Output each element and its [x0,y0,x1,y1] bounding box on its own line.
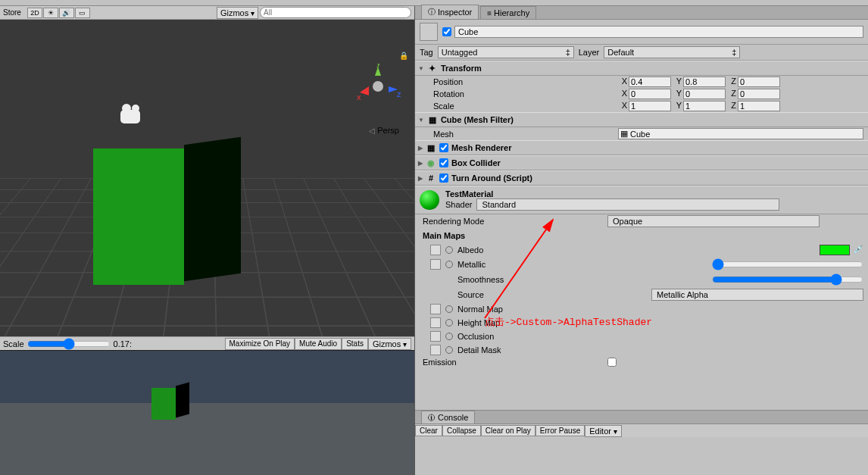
tab-hierarchy[interactable]: ≡ Hierarchy [480,6,536,19]
scene-cube[interactable] [93,141,245,292]
scale-z-field[interactable] [738,101,780,111]
metallic-texture-slot[interactable] [430,259,441,270]
pos-x-field[interactable] [629,77,671,87]
meshfilter-header[interactable]: ▼▦ Cube (Mesh Filter) [415,112,868,127]
material-preview-icon [420,190,439,210]
renderer-icon: ▦ [426,142,436,153]
script-icon: # [426,173,436,183]
source-dropdown[interactable]: Metallic Alpha [651,289,863,301]
source-label: Source [457,290,484,299]
gameobject-icon[interactable] [420,23,438,41]
2d-toggle[interactable]: 2D [27,8,42,18]
meshrenderer-header[interactable]: ▶▦ Mesh Renderer [415,140,868,155]
script-checkbox[interactable] [439,173,448,183]
light-icon[interactable]: ☀ [43,8,58,18]
detail-label: Detail Mask [457,345,501,355]
svg-text:y: y [376,64,381,67]
material-name: TestMaterial [445,189,779,198]
shader-dropdown[interactable]: Standard [476,198,779,211]
scale-label: Scale [433,102,615,111]
albedo-texture-slot[interactable] [430,245,441,255]
emission-label: Emission [423,358,604,367]
camera-gizmo-icon[interactable] [117,103,148,131]
tab-inspector[interactable]: ⓘ Inspector [421,5,479,19]
maximize-toggle[interactable]: Maximize On Play [225,338,295,350]
boxcollider-header[interactable]: ▶◉ Box Collider [415,155,868,170]
console-clearplay-toggle[interactable]: Clear on Play [481,425,535,436]
boxcollider-checkbox[interactable] [439,158,448,167]
rendermode-dropdown[interactable]: Opaque [607,215,820,227]
height-label: Height Map [457,318,500,327]
detail-texture-slot[interactable] [430,345,441,355]
height-texture-slot[interactable] [430,317,441,328]
mute-toggle[interactable]: Mute Audio [295,338,342,350]
albedo-color[interactable] [820,245,850,255]
tab-console[interactable]: 🛈 Console [421,411,475,423]
lock-icon[interactable]: 🔒 [399,52,408,60]
scale-slider[interactable] [27,338,111,350]
game-gizmos-dropdown[interactable]: Gizmos ▾ [368,338,411,350]
albedo-label: Albedo [457,245,483,255]
scale-label: Scale [3,339,24,348]
console-editor-dropdown[interactable]: Editor ▾ [585,425,622,437]
tag-label: Tag [420,48,433,57]
mainmaps-label: Main Maps [415,228,868,243]
stats-toggle[interactable]: Stats [342,338,368,350]
mesh-label: Mesh [433,130,615,139]
scene-view[interactable]: 🔒 y z x ◁ Persp [0,20,414,336]
svg-text:x: x [357,92,361,102]
pos-z-field[interactable] [738,77,780,87]
rotation-label: Rotation [433,89,615,98]
persp-label[interactable]: ◁ Persp [369,126,399,135]
svg-marker-6 [360,86,369,95]
active-checkbox[interactable] [442,27,451,36]
transform-icon: ✦ [427,63,438,73]
svg-marker-4 [375,67,381,76]
scale-y-field[interactable] [683,101,726,111]
game-view [0,350,414,475]
axis-gizmo[interactable]: y z x [355,64,401,109]
scene-search-input[interactable] [260,7,411,18]
metallic-slider[interactable] [712,258,863,270]
console-collapse-toggle[interactable]: Collapse [442,425,481,436]
occlusion-texture-slot[interactable] [430,331,441,342]
scale-x-field[interactable] [629,101,671,111]
position-label: Position [433,77,615,86]
svg-point-1 [122,104,131,113]
gizmos-dropdown[interactable]: Gizmos ▾ [217,7,258,19]
console-clear-button[interactable]: Clear [415,425,442,436]
mesh-icon: ▦ [427,114,438,125]
scale-value: 0.17: [114,339,132,348]
fx-icon[interactable]: ▭ [75,8,90,18]
emission-checkbox[interactable] [607,358,617,367]
svg-text:z: z [397,89,401,98]
rendermode-label: Rendering Mode [423,217,604,226]
object-name-field[interactable] [454,26,863,38]
pos-y-field[interactable] [683,77,726,87]
normal-label: Normal Map [457,305,503,314]
smoothness-slider[interactable] [712,273,863,286]
rot-x-field[interactable] [629,89,671,99]
svg-point-2 [132,105,139,112]
svg-point-3 [373,81,383,92]
mesh-field[interactable]: ▦ Cube [618,128,863,139]
normal-texture-slot[interactable] [430,304,441,314]
collider-icon: ◉ [426,158,436,168]
svg-rect-0 [120,110,140,123]
occlusion-label: Occlusion [457,332,494,341]
shader-label: Shader [445,200,472,209]
audio-icon[interactable]: 🔊 [59,8,74,18]
layer-label: Layer [579,48,600,57]
layer-dropdown[interactable]: Default‡ [604,46,740,58]
smoothness-label: Smoothness [457,275,504,284]
metallic-label: Metallic [457,260,486,269]
tag-dropdown[interactable]: Untagged‡ [438,46,574,58]
meshrenderer-checkbox[interactable] [439,143,448,152]
rot-y-field[interactable] [683,89,726,99]
console-errorpause-toggle[interactable]: Error Pause [535,425,585,436]
eyedropper-icon[interactable]: 💉 [853,245,863,255]
script-header[interactable]: ▶# Turn Around (Script) [415,170,868,186]
store-label: Store [3,8,21,17]
rot-z-field[interactable] [738,89,780,99]
transform-header[interactable]: ▼✦ Transform [415,61,868,76]
